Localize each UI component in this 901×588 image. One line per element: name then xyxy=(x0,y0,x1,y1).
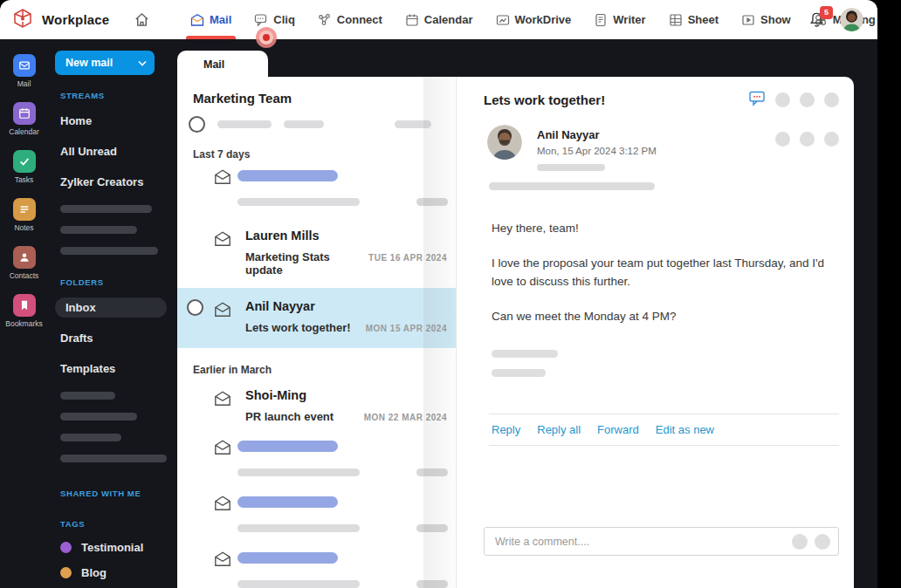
mail-list-item[interactable]: Shoi-Ming PR launch event MON 22 MAR 202… xyxy=(177,379,456,434)
tag-label: Blog xyxy=(81,566,107,579)
mail-tab[interactable]: Mail xyxy=(177,51,268,78)
mail-tile-icon xyxy=(13,54,36,77)
nav-label: Cliq xyxy=(273,13,295,26)
sender-avatar xyxy=(487,125,522,160)
envelope-icon xyxy=(213,168,232,186)
section-label-streams: STREAMS xyxy=(60,91,177,100)
skeleton-bar xyxy=(395,120,431,128)
skeleton-bar xyxy=(60,226,137,234)
mail-subject: PR launch event xyxy=(245,410,334,423)
nav-item-calendar[interactable]: Calendar xyxy=(405,0,473,39)
skeleton-bar xyxy=(60,413,137,420)
sender-row: Anil Nayyar Mon, 15 Apr 2024 3:12 PM xyxy=(484,125,839,171)
skeleton-bar xyxy=(492,369,546,377)
mail-list-item[interactable]: Lauren Mills Marketing Stats update TUE … xyxy=(177,220,456,288)
nav-label: Connect xyxy=(337,13,382,26)
rail-item-contacts[interactable]: Contacts xyxy=(0,246,48,280)
mail-date: TUE 16 APR 2024 xyxy=(368,253,447,263)
nav-item-sheet[interactable]: Sheet xyxy=(669,0,719,39)
skeleton-action-button xyxy=(800,132,815,147)
forward-link[interactable]: Forward xyxy=(597,423,639,436)
tag-item-blog[interactable]: Blog xyxy=(55,566,177,579)
mail-sidebar: New mail STREAMS Home All Unread Zylker … xyxy=(48,39,177,588)
body-paragraph: I love the proposal your team put togeth… xyxy=(492,255,839,291)
nav-item-connect[interactable]: Connect xyxy=(318,0,382,39)
skeleton-bar xyxy=(60,247,158,255)
rail-label: Mail xyxy=(0,79,48,88)
new-mail-button[interactable]: New mail xyxy=(55,51,155,75)
skeleton-bar xyxy=(60,434,121,441)
nav-label: Mail xyxy=(210,13,231,26)
nav-label: Sheet xyxy=(688,13,719,26)
folder-item-drafts[interactable]: Drafts xyxy=(55,328,177,348)
app-window: Workplace Mail xyxy=(0,0,877,588)
envelope-icon xyxy=(213,495,232,512)
sidebar-item-all-unread[interactable]: All Unread xyxy=(55,141,177,161)
rail-item-bookmarks[interactable]: Bookmarks xyxy=(0,294,48,328)
mail-item-checkbox[interactable] xyxy=(187,299,203,316)
skeleton-bar xyxy=(284,120,324,128)
section-label-folders: FOLDERS xyxy=(60,277,177,287)
rail-item-notes[interactable]: Notes xyxy=(0,198,48,232)
skeleton-action-button xyxy=(775,132,790,147)
nav-item-mail[interactable]: Mail xyxy=(190,0,231,39)
sidebar-item-home[interactable]: Home xyxy=(55,111,177,131)
notes-tile-icon xyxy=(13,198,36,221)
select-all-checkbox[interactable] xyxy=(189,116,205,133)
tag-item-testimonial[interactable]: Testimonial xyxy=(55,541,177,554)
nav-item-workdrive[interactable]: WorkDrive xyxy=(496,0,572,39)
workplace-logo-icon xyxy=(12,8,33,32)
skeleton-bar xyxy=(237,441,338,452)
rail-item-tasks[interactable]: Tasks xyxy=(0,150,48,184)
nav-item-writer[interactable]: Writer xyxy=(594,0,645,39)
home-button[interactable] xyxy=(134,11,150,28)
tag-color-dot xyxy=(60,542,72,553)
brand-name: Workplace xyxy=(42,12,109,27)
skeleton-bar xyxy=(237,524,360,532)
detail-subject: Lets work together! xyxy=(484,92,605,107)
brand: Workplace xyxy=(12,8,150,32)
message-actions xyxy=(775,132,839,147)
folder-item-inbox[interactable]: Inbox xyxy=(55,297,167,318)
comment-box xyxy=(484,527,839,556)
mail-subject: Lets work together! xyxy=(245,321,351,334)
nav-item-show[interactable]: Show xyxy=(741,0,791,39)
skeleton-action-button xyxy=(824,132,839,147)
onboarding-pulse-dot[interactable] xyxy=(256,27,277,48)
skeleton-bar xyxy=(237,580,360,588)
body-paragraph: Can we meet the Monday at 4 PM? xyxy=(492,308,839,326)
reply-link[interactable]: Reply xyxy=(492,423,520,436)
nav-label: Calendar xyxy=(424,13,473,26)
mail-subject: Marketing Stats update xyxy=(245,250,368,277)
skeleton-action-button xyxy=(824,92,839,107)
skeleton-bar xyxy=(237,198,360,206)
list-toolbar xyxy=(189,116,431,133)
topbar: Workplace Mail xyxy=(0,0,877,39)
app-rail: Mail Calendar Tasks Notes xyxy=(0,39,48,588)
comment-actions xyxy=(792,534,830,550)
nav-label: Show xyxy=(760,13,791,26)
notification-bell-button[interactable]: 5 xyxy=(808,11,826,29)
skeleton-bar xyxy=(237,468,360,476)
skeleton-bar xyxy=(416,580,448,588)
mail-list-item-skeleton xyxy=(177,434,456,490)
rail-item-calendar[interactable]: Calendar xyxy=(0,102,48,136)
folder-item-templates[interactable]: Templates xyxy=(55,359,177,379)
skeleton-bar xyxy=(237,496,338,508)
mail-sender: Shoi-Ming xyxy=(245,388,447,402)
section-label-shared: SHARED WITH ME xyxy=(60,489,177,498)
group-label-earlier: Earlier in March xyxy=(193,364,456,376)
comment-input[interactable] xyxy=(485,536,792,548)
user-avatar[interactable] xyxy=(840,8,863,31)
notification-badge: 5 xyxy=(820,6,833,19)
mail-list-item[interactable]: Anil Nayyar Lets work together! MON 15 A… xyxy=(177,288,456,348)
mail-icon xyxy=(190,13,204,27)
reply-all-link[interactable]: Reply all xyxy=(537,423,581,436)
list-title: Marketing Team xyxy=(193,91,456,106)
edit-as-new-link[interactable]: Edit as new xyxy=(656,423,714,436)
rail-item-mail[interactable]: Mail xyxy=(0,54,48,88)
body-paragraph: Hey there, team! xyxy=(492,220,839,238)
top-navigation: Mail Cliq Connect xyxy=(190,0,876,39)
sidebar-item-zylker-creators[interactable]: Zylker Creators xyxy=(55,172,177,192)
comment-chat-icon-button[interactable] xyxy=(748,90,766,110)
